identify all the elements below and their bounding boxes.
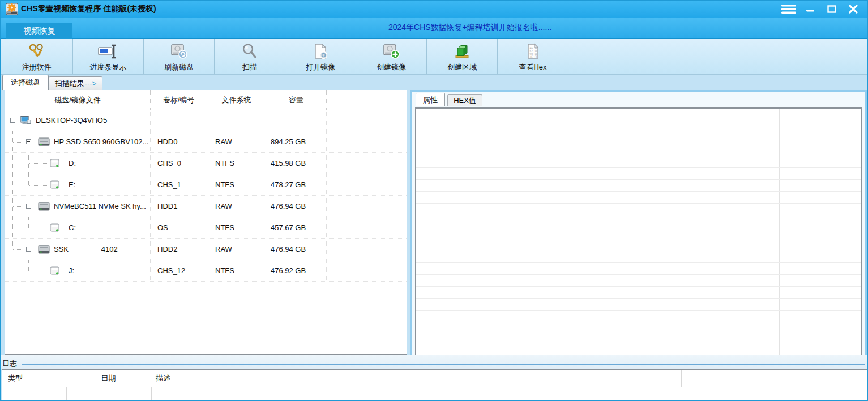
property-grid — [415, 107, 862, 356]
property-grid-row — [416, 334, 861, 346]
log-label: 日志 — [2, 359, 17, 369]
collapse-expander-icon[interactable] — [26, 139, 31, 144]
minimize-icon — [805, 4, 815, 14]
table-row-partition[interactable]: J: CHS_12 NTFS 476.92 GB — [5, 260, 407, 282]
property-grid-row — [416, 204, 861, 215]
log-strip — [1, 355, 867, 369]
cell-capacity: 894.25 GB — [266, 131, 327, 152]
collapse-expander-icon[interactable] — [26, 247, 31, 252]
window-title: CHS零壹视频恢复程序 佳能版(未授权) — [21, 4, 156, 14]
tab-hex-value[interactable]: HEX值 — [447, 94, 482, 106]
property-grid-row — [416, 215, 861, 227]
refresh-disk-button[interactable]: 刷新磁盘 — [144, 39, 215, 74]
toolbar-button-label: 扫描 — [242, 62, 257, 72]
log-empty-row — [2, 387, 867, 401]
hard-disk-icon — [38, 202, 50, 211]
property-grid-row — [416, 275, 861, 287]
maximize-button[interactable] — [821, 2, 843, 16]
tree-node-label: E: — [69, 174, 75, 195]
create-image-button[interactable]: 创建镜像 — [356, 39, 427, 74]
keys-icon — [27, 42, 46, 61]
partition-icon — [50, 159, 60, 168]
table-row-partition[interactable]: D: CHS_0 NTFS 415.98 GB — [5, 153, 407, 174]
log-header-date[interactable]: 日期 — [66, 370, 151, 387]
disk-table-header: 磁盘/镜像文件 卷标/编号 文件系统 容量 — [5, 90, 407, 110]
cell-volume — [151, 110, 207, 131]
partition-icon — [50, 223, 60, 232]
property-grid-row — [416, 287, 861, 299]
computer-icon — [20, 115, 31, 125]
cell-capacity — [266, 110, 327, 131]
cell-volume: HDD1 — [151, 196, 207, 217]
table-row-computer[interactable]: DESKTOP-3Q4VHO5 — [5, 110, 407, 131]
minimize-button[interactable] — [799, 2, 821, 16]
property-grid-row — [416, 322, 861, 334]
window-controls — [778, 2, 864, 16]
tab-scan-result[interactable]: 扫描结果 ---> — [49, 76, 102, 90]
tab-scan-result-label: 扫描结果 — [55, 79, 84, 89]
progress-bar-icon — [97, 42, 119, 61]
hard-disk-icon — [38, 137, 50, 146]
register-software-button[interactable]: 注册软件 — [1, 39, 73, 74]
toolbar: 注册软件 进度条显示 刷新磁盘 — [1, 39, 867, 75]
property-grid-row — [416, 299, 861, 311]
header-volume[interactable]: 卷标/编号 — [151, 90, 207, 110]
tab-select-disk[interactable]: 选择磁盘 — [2, 75, 49, 90]
log-header-desc[interactable]: 描述 — [151, 370, 682, 387]
create-region-button[interactable]: 创建区域 — [427, 39, 498, 74]
property-grid-row — [416, 156, 861, 168]
scan-button[interactable]: 扫描 — [215, 39, 285, 74]
table-row-disk[interactable]: NVMeBC511 NVMe SK hy... HDD1 RAW 476.94 … — [5, 196, 407, 217]
promo-link[interactable]: 2024年CHS数据恢复+编程培训开始报名啦...... — [388, 23, 551, 33]
toolbar-button-label: 创建镜像 — [377, 62, 406, 72]
tab-video-recovery[interactable]: 视频恢复 — [6, 23, 72, 39]
log-header-type[interactable]: 类型 — [2, 370, 66, 387]
partition-icon — [50, 180, 60, 189]
header-disk-image[interactable]: 磁盘/镜像文件 — [5, 90, 151, 110]
property-grid-row — [416, 263, 861, 275]
refresh-disk-icon — [169, 42, 189, 61]
header-filesystem[interactable]: 文件系统 — [207, 90, 266, 110]
property-grid-row — [416, 109, 861, 120]
toolbar-button-label: 查看Hex — [519, 62, 546, 72]
header-capacity[interactable]: 容量 — [266, 90, 327, 110]
log-table-header: 类型 日期 描述 — [2, 370, 867, 387]
disk-tree-panel: 磁盘/镜像文件 卷标/编号 文件系统 容量 DESKTOP-3Q4VHO5 — [5, 90, 407, 355]
svg-text:4E FF: 4E FF — [530, 55, 538, 58]
cell-capacity: 478.27 GB — [266, 174, 327, 195]
collapse-expander-icon[interactable] — [26, 204, 31, 209]
collapse-expander-icon[interactable] — [10, 118, 15, 123]
app-logo-icon — [5, 2, 19, 16]
tree-node-label: NVMeBC511 NVMe SK hy... — [54, 196, 146, 217]
open-image-button[interactable]: 打开镜像 — [285, 39, 356, 74]
app-window: CHS零壹视频恢复程序 佳能版(未授权) — [0, 0, 868, 401]
cell-capacity: 457.67 GB — [266, 217, 327, 238]
magnifier-icon — [240, 42, 259, 61]
table-row-disk[interactable]: HP SSD S650 960GBV102... HDD0 RAW 894.25… — [5, 131, 407, 153]
property-grid-row — [416, 144, 861, 156]
view-hex-button[interactable]: EB F4 57 00 90 8D 4E FF 查看Hex — [498, 39, 568, 74]
log-table: 类型 日期 描述 — [2, 369, 867, 400]
view-tabstrip: 选择磁盘 扫描结果 ---> — [1, 75, 867, 90]
log-groupbox-line — [22, 364, 865, 365]
tab-scan-result-arrow: ---> — [85, 79, 97, 88]
property-panel: 属性 HEX值 — [410, 90, 867, 361]
progress-display-button[interactable]: 进度条显示 — [73, 39, 144, 74]
table-row-partition[interactable]: E: CHS_1 NTFS 478.27 GB — [5, 174, 407, 196]
table-row-partition[interactable]: C: OS NTFS 457.67 GB — [5, 217, 407, 239]
property-grid-row — [416, 311, 861, 322]
cell-filesystem: NTFS — [207, 217, 266, 238]
cell-capacity: 415.98 GB — [266, 153, 327, 174]
tab-properties[interactable]: 属性 — [416, 93, 445, 106]
tree-node-label: HP SSD S650 960GBV102... — [54, 131, 148, 152]
cell-volume: CHS_0 — [151, 153, 207, 174]
property-grid-row — [416, 132, 861, 144]
close-button[interactable] — [843, 2, 864, 16]
menu-button[interactable] — [778, 2, 799, 16]
promo-area: 2024年CHS数据恢复+编程培训开始报名啦...... — [72, 18, 867, 38]
table-row-disk[interactable]: SSK 4102 HDD2 RAW 476.94 GB — [5, 239, 407, 260]
cell-volume: HDD0 — [151, 131, 207, 152]
tree-node-label: D: — [69, 153, 76, 174]
tree-node-label: J: — [69, 260, 74, 281]
create-image-icon — [381, 42, 401, 61]
